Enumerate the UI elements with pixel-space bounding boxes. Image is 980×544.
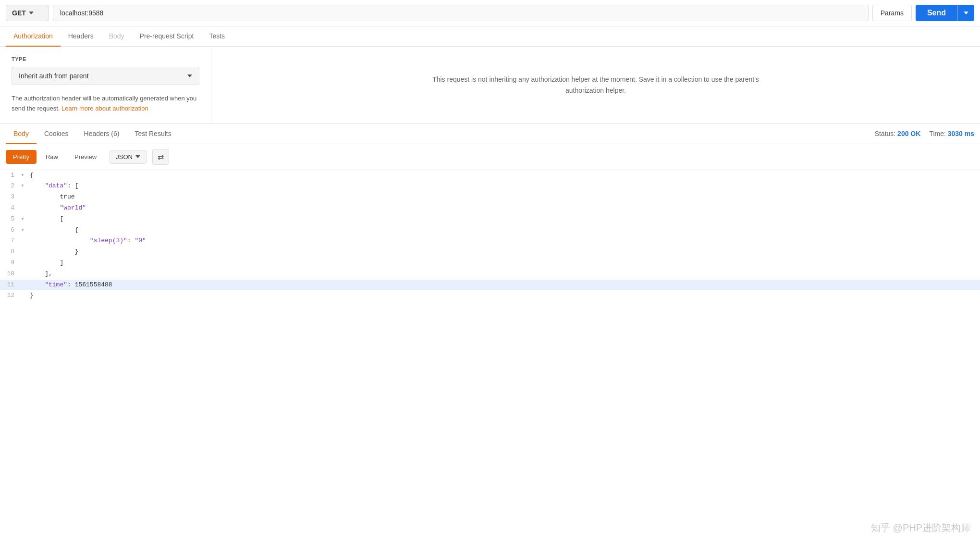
line-number: 11 [0, 280, 19, 291]
table-row: 1 ▾ { [0, 170, 980, 181]
send-dropdown-button[interactable] [957, 5, 974, 21]
code-line: { [26, 170, 980, 181]
fold-indicator[interactable] [19, 280, 26, 291]
auth-left-panel: TYPE Inherit auth from parent The author… [0, 47, 211, 124]
code-line: "sleep(3)": "0" [26, 235, 980, 247]
method-text: GET [12, 9, 26, 17]
params-button[interactable]: Params [872, 5, 912, 21]
code-line: true [26, 192, 980, 203]
response-tab-body[interactable]: Body [6, 124, 37, 144]
line-number: 3 [0, 192, 19, 203]
table-row: 12 } [0, 290, 980, 301]
line-number: 8 [0, 247, 19, 258]
fold-indicator[interactable] [19, 203, 26, 214]
table-row: 11 "time": 1561558488 [0, 280, 980, 291]
request-tabs: Authorization Headers Body Pre-request S… [0, 26, 980, 47]
tab-body[interactable]: Body [101, 26, 132, 47]
status-label: Status: 200 OK [875, 130, 921, 137]
code-line: { [26, 225, 980, 236]
code-line: ], [26, 269, 980, 280]
json-format-label: JSON [116, 153, 133, 161]
pretty-button[interactable]: Pretty [6, 150, 37, 164]
tab-tests[interactable]: Tests [201, 26, 233, 47]
raw-button[interactable]: Raw [38, 150, 65, 164]
code-line: [ [26, 214, 980, 225]
auth-right-panel: This request is not inheriting any autho… [211, 47, 980, 124]
table-row: 4 "world" [0, 203, 980, 214]
fold-indicator[interactable]: ▾ [19, 181, 26, 192]
line-number: 2 [0, 181, 19, 192]
wrap-button[interactable]: ⇄ [152, 149, 169, 165]
table-row: 7 "sleep(3)": "0" [0, 235, 980, 247]
response-tab-cookies[interactable]: Cookies [37, 124, 76, 144]
response-tabs-bar: Body Cookies Headers (6) Test Results St… [0, 124, 980, 144]
fold-indicator[interactable] [19, 192, 26, 203]
auth-description: The authorization header will be automat… [12, 94, 199, 114]
send-button[interactable]: Send [916, 5, 957, 21]
line-number: 7 [0, 235, 19, 247]
time-value: 3030 ms [948, 130, 974, 137]
response-tab-headers[interactable]: Headers (6) [76, 124, 127, 144]
response-tab-test-results[interactable]: Test Results [127, 124, 179, 144]
line-number: 4 [0, 203, 19, 214]
table-row: 5 ▾ [ [0, 214, 980, 225]
code-viewer: 1 ▾ { 2 ▾ "data": [ 3 true 4 "world" 5 ▾… [0, 170, 980, 302]
url-input[interactable] [53, 5, 869, 21]
method-chevron-icon [29, 12, 34, 14]
fold-indicator[interactable]: ▾ [19, 170, 26, 181]
send-btn-group: Send [916, 5, 974, 21]
line-number: 10 [0, 269, 19, 280]
url-bar: GET Params Send [0, 0, 980, 26]
type-select-dropdown[interactable]: Inherit auth from parent [12, 67, 199, 85]
code-line: } [26, 247, 980, 258]
line-number: 12 [0, 290, 19, 301]
type-select-value: Inherit auth from parent [19, 72, 89, 80]
response-meta: Status: 200 OK Time: 3030 ms [875, 130, 974, 137]
json-format-dropdown[interactable]: JSON [110, 150, 147, 164]
method-selector[interactable]: GET [6, 5, 49, 21]
tab-headers[interactable]: Headers [61, 26, 101, 47]
table-row: 2 ▾ "data": [ [0, 181, 980, 192]
line-number: 5 [0, 214, 19, 225]
time-label: Time: 3030 ms [929, 130, 974, 137]
fold-indicator[interactable] [19, 258, 26, 269]
status-value: 200 OK [897, 130, 920, 137]
code-line: "data": [ [26, 181, 980, 192]
type-label: TYPE [12, 56, 199, 62]
fold-indicator[interactable]: ▾ [19, 225, 26, 236]
code-line: "time": 1561558488 [26, 280, 980, 291]
fold-indicator[interactable] [19, 269, 26, 280]
fold-indicator[interactable] [19, 290, 26, 301]
tab-pre-request-script[interactable]: Pre-request Script [132, 26, 202, 47]
fold-indicator[interactable] [19, 247, 26, 258]
format-bar: Pretty Raw Preview JSON ⇄ [0, 144, 980, 170]
table-row: 8 } [0, 247, 980, 258]
learn-more-link[interactable]: Learn more about authorization [61, 105, 148, 112]
table-row: 9 ] [0, 258, 980, 269]
line-number: 1 [0, 170, 19, 181]
send-chevron-icon [964, 12, 968, 14]
code-line: ] [26, 258, 980, 269]
fold-indicator[interactable]: ▾ [19, 214, 26, 225]
auth-helper-message: This request is not inheriting any autho… [428, 74, 764, 96]
preview-button[interactable]: Preview [67, 150, 104, 164]
line-number: 9 [0, 258, 19, 269]
code-table: 1 ▾ { 2 ▾ "data": [ 3 true 4 "world" 5 ▾… [0, 170, 980, 302]
table-row: 6 ▾ { [0, 225, 980, 236]
format-chevron-icon [135, 155, 140, 158]
tab-authorization[interactable]: Authorization [6, 26, 61, 47]
table-row: 10 ], [0, 269, 980, 280]
code-line: "world" [26, 203, 980, 214]
type-select-chevron-icon [187, 74, 192, 77]
code-line: } [26, 290, 980, 301]
line-number: 6 [0, 225, 19, 236]
fold-indicator[interactable] [19, 235, 26, 247]
auth-panel: TYPE Inherit auth from parent The author… [0, 47, 980, 124]
table-row: 3 true [0, 192, 980, 203]
